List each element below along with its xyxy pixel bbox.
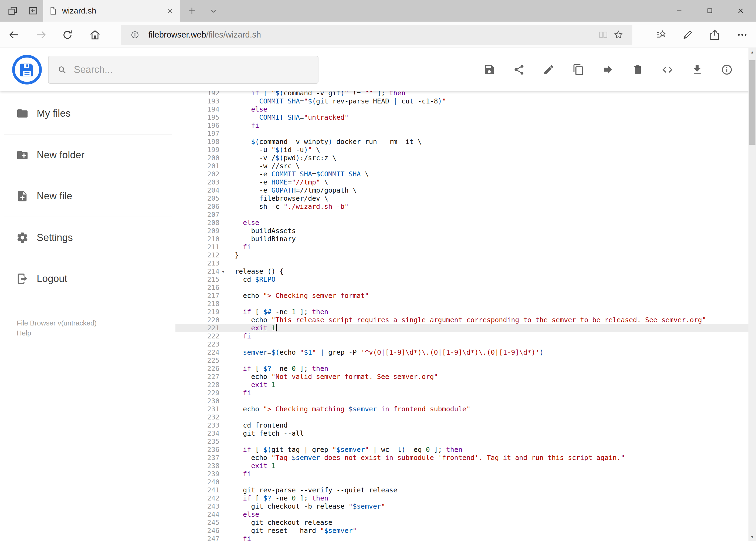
- scroll-up-button[interactable]: ▲: [748, 48, 756, 56]
- code-line[interactable]: 240: [175, 478, 748, 486]
- code-line[interactable]: 247 fi: [175, 535, 748, 541]
- sidebar-item-logout[interactable]: Logout: [0, 258, 175, 299]
- code-line[interactable]: 192 if [ "$(command -v git)" != "" ]; th…: [175, 91, 748, 97]
- code-line[interactable]: 194 else: [175, 105, 748, 114]
- reading-view-button[interactable]: [596, 27, 611, 42]
- code-line[interactable]: 220 echo "This release script requires a…: [175, 316, 748, 324]
- new-tab-button[interactable]: [182, 0, 201, 22]
- code-line[interactable]: 209 buildAssets: [175, 227, 748, 235]
- sidebar-item-new-folder[interactable]: New folder: [0, 135, 175, 176]
- code-line[interactable]: 221 exit 1: [175, 324, 748, 332]
- code-line[interactable]: 218: [175, 300, 748, 308]
- code-line[interactable]: 246 git reset --hard "$semver": [175, 527, 748, 535]
- code-line[interactable]: 198 $(command -v winpty) docker run --rm…: [175, 138, 748, 146]
- code-line[interactable]: 224 semver=$(echo "$1" | grep -P '^v(0|[…: [175, 348, 748, 356]
- back-button[interactable]: [3, 24, 25, 46]
- toolbar-raw-button[interactable]: [661, 62, 674, 77]
- code-line[interactable]: 205 filebrowser/dev \: [175, 195, 748, 203]
- help-link[interactable]: Help: [17, 328, 97, 338]
- code-line[interactable]: 237 echo "Tag $semver does not exist in …: [175, 454, 748, 462]
- minimize-button[interactable]: [664, 0, 694, 22]
- code-line[interactable]: 212}: [175, 251, 748, 259]
- toolbar-download-button[interactable]: [691, 62, 703, 77]
- more-options-button[interactable]: [731, 24, 754, 46]
- code-line[interactable]: 200 -v /$(pwd):/src:z \: [175, 154, 748, 162]
- forward-button[interactable]: [30, 24, 52, 46]
- code-line[interactable]: 225: [175, 356, 748, 365]
- toolbar-share-button[interactable]: [513, 62, 525, 77]
- toolbar-move-button[interactable]: [602, 62, 614, 77]
- code-line[interactable]: 219 if [ $# -ne 1 ]; then: [175, 308, 748, 316]
- maximize-button[interactable]: [694, 0, 725, 22]
- code-line[interactable]: 197: [175, 130, 748, 138]
- code-line[interactable]: 230: [175, 397, 748, 405]
- code-line[interactable]: 193 COMMIT_SHA="$(git rev-parse HEAD | c…: [175, 97, 748, 105]
- favorite-star-button[interactable]: [611, 27, 626, 42]
- code-line[interactable]: 227 echo "Not valid semver format. See s…: [175, 373, 748, 381]
- code-line[interactable]: 196 fi: [175, 122, 748, 130]
- code-line[interactable]: 217 echo "> Checking semver format": [175, 292, 748, 300]
- code-line[interactable]: 223: [175, 340, 748, 348]
- code-line[interactable]: 234 git fetch --all: [175, 429, 748, 437]
- code-line[interactable]: 216: [175, 283, 748, 292]
- refresh-button[interactable]: [56, 24, 79, 46]
- address-bar[interactable]: filebrowser.web/files/wizard.sh: [121, 25, 632, 45]
- code-line[interactable]: 207: [175, 211, 748, 219]
- code-line[interactable]: 235: [175, 437, 748, 446]
- code-line[interactable]: 242 if [ $? -ne 0 ]; then: [175, 494, 748, 502]
- code-editor[interactable]: 192 if [ "$(command -v git)" != "" ]; th…: [175, 91, 748, 541]
- code-line[interactable]: 203 -e HOME="//tmp" \: [175, 178, 748, 186]
- favorites-hub-button[interactable]: [650, 24, 672, 46]
- code-line[interactable]: 222 fi: [175, 332, 748, 340]
- code-line[interactable]: 244 else: [175, 510, 748, 519]
- sidebar-item-my-files[interactable]: My files: [0, 93, 175, 134]
- code-line[interactable]: 231 echo "> Checking matching $semver in…: [175, 405, 748, 413]
- code-line[interactable]: 202 -e COMMIT_SHA=$COMMIT_SHA \: [175, 170, 748, 178]
- toolbar-info-button[interactable]: [721, 62, 733, 77]
- code-line[interactable]: 206 sh -c "./wizard.sh -b": [175, 203, 748, 211]
- code-line[interactable]: 243 git checkout -b release "$semver": [175, 502, 748, 510]
- browser-share-button[interactable]: [703, 24, 726, 46]
- filebrowser-logo[interactable]: [12, 55, 42, 85]
- search-box[interactable]: [48, 56, 319, 84]
- code-line[interactable]: 201 -w //src \: [175, 162, 748, 170]
- search-input[interactable]: [74, 64, 310, 75]
- code-line[interactable]: 233 cd frontend: [175, 421, 748, 429]
- code-line[interactable]: 241 git rev-parse --verify --quiet relea…: [175, 486, 748, 494]
- tab-preview-chevron[interactable]: [204, 0, 223, 22]
- code-line[interactable]: 199 -u "$(id -u)" \: [175, 146, 748, 154]
- toolbar-edit-button[interactable]: [543, 62, 555, 77]
- scroll-down-button[interactable]: ▼: [748, 533, 756, 541]
- sidebar-item-new-file[interactable]: New file: [0, 176, 175, 217]
- home-button[interactable]: [84, 24, 106, 46]
- code-line[interactable]: 215 cd $REPO: [175, 275, 748, 283]
- tabs-set-aside-button[interactable]: [24, 0, 43, 22]
- code-line[interactable]: 208 else: [175, 219, 748, 227]
- site-info-icon[interactable]: [127, 27, 142, 42]
- toolbar-save-button[interactable]: [483, 62, 496, 77]
- toolbar-copy-button[interactable]: [572, 62, 585, 77]
- code-line[interactable]: 226 if [ $? -ne 0 ]; then: [175, 365, 748, 373]
- scroll-thumb[interactable]: [749, 60, 755, 145]
- code-line[interactable]: 210 buildBinary: [175, 235, 748, 243]
- fold-arrow-icon[interactable]: ▾: [219, 268, 235, 275]
- code-line[interactable]: 239 fi: [175, 470, 748, 478]
- tab-close-button[interactable]: [166, 7, 173, 14]
- annotate-button[interactable]: [676, 24, 699, 46]
- code-line[interactable]: 214▾release () {: [175, 268, 748, 275]
- code-line[interactable]: 213: [175, 259, 748, 268]
- set-tabs-aside-button[interactable]: [3, 0, 22, 22]
- code-line[interactable]: 195 COMMIT_SHA="untracked": [175, 114, 748, 122]
- code-line[interactable]: 204 -e GOPATH=//tmp/gopath \: [175, 186, 748, 195]
- toolbar-delete-button[interactable]: [631, 62, 644, 77]
- code-line[interactable]: 232: [175, 413, 748, 421]
- code-line[interactable]: 228 exit 1: [175, 381, 748, 389]
- close-button[interactable]: [725, 0, 756, 22]
- page-scrollbar[interactable]: ▲ ▼: [748, 48, 756, 541]
- code-line[interactable]: 211 fi: [175, 243, 748, 251]
- browser-tab[interactable]: wizard.sh: [43, 0, 180, 22]
- code-line[interactable]: 245 git checkout release: [175, 519, 748, 527]
- code-line[interactable]: 238 exit 1: [175, 462, 748, 470]
- code-line[interactable]: 229 fi: [175, 389, 748, 397]
- sidebar-item-settings[interactable]: Settings: [0, 217, 175, 258]
